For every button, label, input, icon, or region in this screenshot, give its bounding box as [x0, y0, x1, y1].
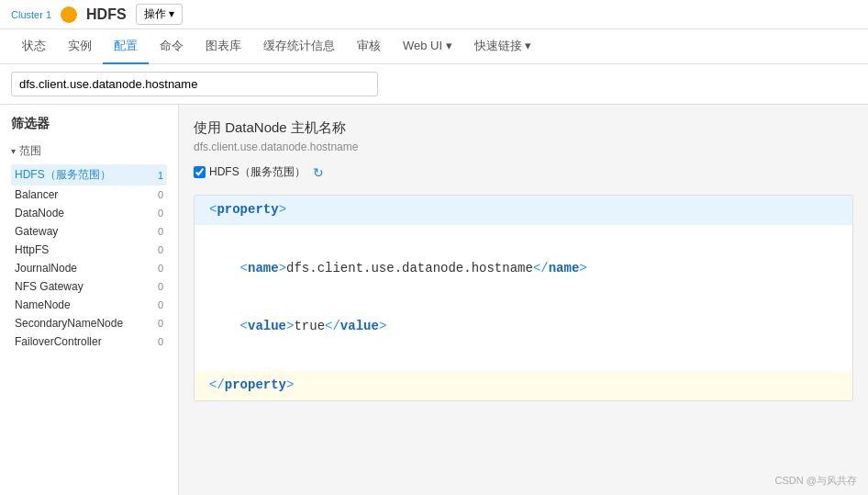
sidebar-item-count: 0: [158, 336, 163, 347]
sidebar-item-nfsgateway[interactable]: NFS Gateway 0: [11, 277, 167, 296]
config-header: 使用 DataNode 主机名称 dfs.client.use.datanode…: [194, 119, 853, 153]
config-value-value: true: [294, 319, 325, 333]
tag-close: </property>: [209, 377, 294, 392]
sidebar-scope-section: ▾ 范围 HDFS（服务范围） 1 Balancer 0 DataNode 0 …: [0, 140, 178, 354]
xml-line-3: <name>dfs.client.use.datanode.hostname</…: [195, 254, 852, 284]
main-content: 筛选器 ▾ 范围 HDFS（服务范围） 1 Balancer 0 DataNod…: [0, 105, 868, 495]
sidebar-item-count: 0: [158, 244, 163, 255]
tab-commands[interactable]: 命令: [149, 29, 195, 64]
config-title: 使用 DataNode 主机名称: [194, 119, 853, 137]
sidebar-item-hdfs[interactable]: HDFS（服务范围） 1: [11, 164, 167, 186]
sidebar-item-label: SecondaryNameNode: [15, 317, 123, 330]
sidebar-item-balancer[interactable]: Balancer 0: [11, 186, 167, 204]
sidebar-item-namenode[interactable]: NameNode 0: [11, 296, 167, 314]
sidebar-item-journalnode[interactable]: JournalNode 0: [11, 259, 167, 277]
tab-charts[interactable]: 图表库: [195, 29, 252, 64]
sidebar-item-label: HttpFS: [15, 243, 49, 256]
cluster-bar: Cluster 1 HDFS 操作 ▾: [0, 0, 868, 29]
search-input[interactable]: dfs.client.use.datanode.hostname: [11, 72, 378, 96]
sidebar-item-gateway[interactable]: Gateway 0: [11, 222, 167, 241]
sidebar-item-failovercontroller[interactable]: FailoverController 0: [11, 332, 167, 351]
hdfs-icon: [61, 6, 77, 23]
sidebar-item-httpfs[interactable]: HttpFS 0: [11, 241, 167, 259]
sidebar-item-count: 0: [158, 318, 163, 329]
tag-name-open: <name>: [240, 261, 286, 276]
sidebar-item-label: NFS Gateway: [15, 280, 83, 293]
scope-checkbox-label[interactable]: HDFS（服务范围）: [194, 164, 306, 180]
sidebar-item-label: DataNode: [15, 207, 64, 219]
tab-audit[interactable]: 审核: [346, 29, 392, 64]
xml-line-6: [195, 342, 852, 371]
sidebar-filter: 筛选器 ▾ 范围 HDFS（服务范围） 1 Balancer 0 DataNod…: [0, 105, 179, 495]
xml-line-7: </property>: [195, 371, 852, 400]
xml-line-5: <value>true</value>: [195, 312, 852, 342]
tab-instances[interactable]: 实例: [57, 29, 103, 64]
config-name-value: dfs.client.use.datanode.hostname: [286, 261, 533, 276]
ops-button[interactable]: 操作 ▾: [136, 4, 183, 25]
chevron-icon: ▾: [11, 146, 16, 156]
sidebar-item-datanode[interactable]: DataNode 0: [11, 204, 167, 222]
xml-line-4: [195, 283, 852, 312]
nav-tabs: 状态 实例 配置 命令 图表库 缓存统计信息 审核 Web UI ▾ 快速链接 …: [0, 29, 868, 64]
tab-webui[interactable]: Web UI ▾: [392, 29, 463, 64]
config-subtitle: dfs.client.use.datanode.hostname: [194, 141, 853, 153]
sidebar-item-count: 0: [158, 299, 163, 310]
right-panel: 使用 DataNode 主机名称 dfs.client.use.datanode…: [179, 105, 868, 495]
sidebar-item-secondarynamenode[interactable]: SecondaryNameNode 0: [11, 314, 167, 332]
sidebar-item-count: 1: [158, 170, 163, 181]
sidebar-title: 筛选器: [0, 116, 178, 140]
config-controls: HDFS（服务范围） ↻: [194, 164, 853, 180]
sidebar-item-count: 0: [158, 189, 163, 200]
sidebar-item-count: 0: [158, 263, 163, 274]
xml-line-1: <property>: [195, 196, 852, 225]
sidebar-item-label: HDFS（服务范围）: [15, 167, 111, 183]
tag-value-open: <value>: [240, 319, 295, 333]
tag-value-close: </value>: [325, 319, 386, 333]
tab-status[interactable]: 状态: [11, 29, 57, 64]
cluster-label: Cluster 1: [11, 9, 51, 20]
xml-line-2: [195, 225, 852, 254]
scope-checkbox-text: HDFS（服务范围）: [209, 164, 306, 180]
tag-name-close: </name>: [533, 261, 587, 276]
sidebar-item-label: FailoverController: [15, 335, 102, 348]
sidebar-item-count: 0: [158, 226, 163, 237]
search-bar: dfs.client.use.datanode.hostname: [0, 64, 868, 105]
tab-cache[interactable]: 缓存统计信息: [252, 29, 346, 64]
footer-watermark: CSDN @与风共存: [775, 474, 857, 488]
tab-config[interactable]: 配置: [103, 29, 149, 64]
scope-checkbox[interactable]: [194, 166, 206, 178]
sidebar-item-label: NameNode: [15, 298, 71, 311]
service-title: HDFS: [86, 6, 127, 23]
tag-open: <property>: [209, 202, 286, 217]
tab-quicklinks[interactable]: 快速链接 ▾: [463, 29, 543, 64]
sidebar-scope-label: ▾ 范围: [11, 143, 167, 159]
sidebar-item-label: JournalNode: [15, 262, 77, 275]
xml-code-area: <property> <name>dfs.client.use.datanode…: [194, 195, 853, 401]
sidebar-item-count: 0: [158, 281, 163, 292]
sidebar-item-label: Gateway: [15, 225, 58, 238]
sidebar-item-label: Balancer: [15, 188, 58, 201]
refresh-icon[interactable]: ↻: [313, 165, 324, 180]
sidebar-item-count: 0: [158, 208, 163, 219]
